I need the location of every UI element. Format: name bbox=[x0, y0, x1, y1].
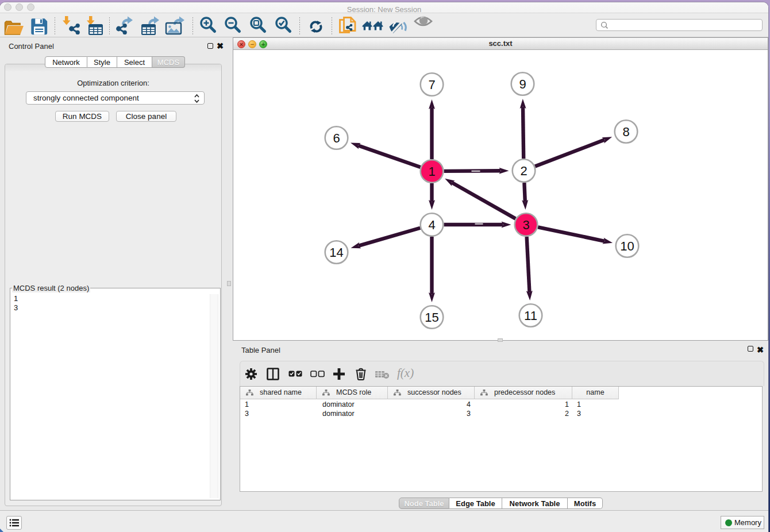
svg-text:3: 3 bbox=[522, 218, 529, 232]
svg-text:1: 1 bbox=[428, 164, 435, 179]
svg-text:10: 10 bbox=[620, 239, 634, 253]
svg-text:14: 14 bbox=[329, 245, 343, 260]
svg-text:11: 11 bbox=[524, 309, 537, 323]
svg-text:4: 4 bbox=[428, 218, 435, 232]
svg-text:6: 6 bbox=[333, 131, 340, 145]
svg-text:7: 7 bbox=[428, 78, 435, 92]
svg-text:15: 15 bbox=[425, 310, 438, 325]
svg-text:2: 2 bbox=[520, 164, 527, 178]
svg-text:9: 9 bbox=[519, 77, 526, 91]
svg-text:8: 8 bbox=[622, 125, 629, 139]
